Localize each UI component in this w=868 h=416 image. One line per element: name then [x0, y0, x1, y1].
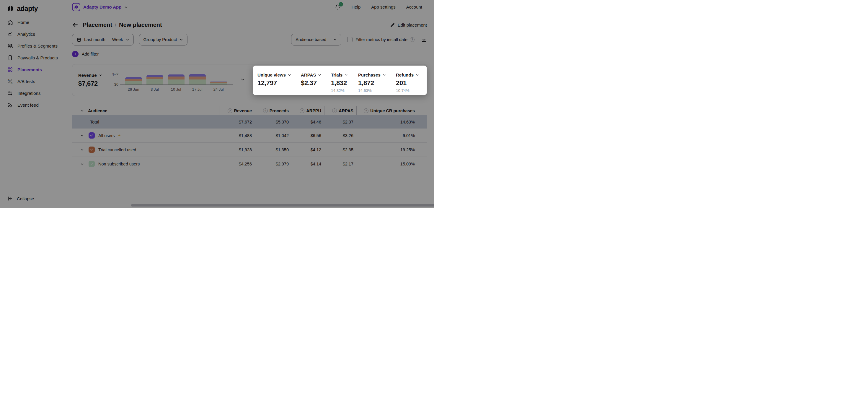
app-settings-link[interactable]: App settings [371, 4, 396, 9]
adapty-logo-icon [6, 5, 14, 13]
chevron-down-icon [345, 73, 348, 77]
row-checkbox[interactable] [89, 132, 95, 139]
column-header-label: Proceeds [270, 109, 289, 113]
download-button[interactable] [421, 37, 427, 42]
row-label-cell: Non subscribed users [72, 157, 219, 171]
column-header-label: Revenue [234, 109, 252, 113]
install-date-checkbox[interactable] [347, 37, 352, 42]
edit-placement-button[interactable]: Edit placement [390, 23, 427, 28]
column-header-ghost [418, 106, 427, 115]
main-area: Adapty Demo App 1 Help App settings Acco… [64, 0, 434, 208]
content: Placement / New placement Edit placement… [64, 20, 434, 171]
bar-3-jul[interactable] [144, 75, 165, 85]
row-expand-chevron[interactable] [80, 148, 84, 152]
question-icon[interactable]: ? [364, 109, 368, 113]
add-filter-button[interactable]: Add filter [72, 51, 427, 58]
x-tick-label: 24 Jul [213, 87, 224, 92]
metric-value: $2.37 [301, 79, 331, 87]
table-cell-value: $3.26 [324, 133, 356, 138]
metric-dropdown[interactable]: ARPAS [301, 72, 331, 78]
sidebar-item-placements[interactable]: Placements [0, 63, 64, 75]
bar-segment-trial-cancelled-used [189, 77, 206, 80]
metrics-panel: Revenue $7,672 $2k $0 26 Jun3 Jul10 [72, 64, 427, 96]
chart-plot-area [120, 72, 231, 85]
row-checkbox[interactable] [89, 161, 95, 167]
table-row-total: Total$7,672$5,370$4.46$2.3714.63% [72, 115, 427, 128]
check-icon [90, 148, 94, 152]
back-button[interactable] [72, 22, 79, 28]
analytics-icon [7, 31, 13, 37]
revenue-label: Revenue [78, 73, 97, 78]
table-cell-value: $4,256 [219, 161, 255, 166]
chevron-down-icon [80, 148, 84, 152]
row-label: Non subscribed users [98, 161, 140, 166]
chevron-down-icon[interactable] [80, 109, 84, 113]
bar-24-jul[interactable] [208, 82, 229, 85]
sidebar-item-abtests[interactable]: ABA/B tests [0, 75, 64, 87]
y-tick: $0 [114, 83, 118, 87]
breadcrumb-separator: / [115, 22, 116, 28]
help-link[interactable]: Help [351, 4, 361, 9]
row-expand-chevron[interactable] [80, 134, 84, 138]
notifications-button[interactable]: 1 [335, 4, 341, 10]
sidebar-item-profiles[interactable]: Profiles & Segments [0, 40, 64, 52]
question-icon[interactable]: ? [263, 109, 268, 113]
bar-segment-non-subscribed-users [210, 83, 227, 85]
column-header-label: Unique CR purchases [370, 109, 415, 113]
sidebar-item-label: Profiles & Segments [18, 43, 58, 49]
bar-26-jun[interactable] [123, 77, 144, 85]
metric-sub-value: 14.63% [358, 88, 396, 93]
sidebar-collapse-button[interactable]: Collapse [0, 196, 34, 202]
row-checkbox[interactable] [89, 147, 95, 153]
table-cell-value: $2.35 [324, 147, 356, 152]
collapse-label: Collapse [17, 196, 34, 201]
sidebar-item-home[interactable]: Home [0, 16, 64, 28]
sidebar-item-eventfeed[interactable]: Event feed [0, 99, 64, 111]
metric-dropdown[interactable]: Purchases [358, 72, 396, 78]
sidebar-item-analytics[interactable]: Analytics [0, 28, 64, 40]
metric-trials: Trials1,83214.32% [331, 72, 358, 96]
sidebar-item-label: Placements [18, 67, 42, 72]
metric-label: Unique views [257, 72, 286, 78]
row-expand-chevron[interactable] [80, 162, 84, 166]
metric-dropdown[interactable]: Refunds [396, 72, 427, 78]
x-tick-label: 3 Jul [151, 87, 159, 92]
question-icon[interactable]: ? [300, 109, 304, 113]
metric-value: 1,872 [358, 79, 396, 87]
bar-10-jul[interactable] [165, 75, 187, 85]
audience-mode-dropdown[interactable]: Audience based [291, 34, 341, 46]
table-cell-value: $4.46 [292, 120, 324, 124]
question-icon[interactable]: ? [410, 37, 414, 42]
question-icon[interactable]: ? [332, 109, 337, 113]
granularity-label: Week [112, 37, 123, 42]
account-link[interactable]: Account [406, 4, 422, 9]
revenue-metric-dropdown[interactable]: Revenue [78, 73, 102, 78]
adapty-logo: adapty [0, 0, 64, 13]
chevron-down-icon [318, 73, 321, 77]
metric-dropdown[interactable]: Trials [331, 72, 358, 78]
breadcrumb-section[interactable]: Placement [83, 22, 112, 28]
sidebar-item-integrations[interactable]: Integrations [0, 87, 64, 99]
chevron-down-icon [124, 5, 128, 9]
bar-17-jul[interactable] [187, 74, 208, 85]
scrollbar-thumb[interactable] [131, 204, 434, 207]
app-name: Adapty Demo App [83, 4, 121, 9]
x-tick-label: 26 Jun [128, 87, 139, 92]
table-cell-value: $5,370 [255, 120, 292, 124]
bar-segment-non-subscribed-users [147, 79, 163, 85]
bar-segment-non-subscribed-users [168, 80, 185, 85]
audience-header-cell: Audience [72, 106, 219, 115]
app-selector[interactable]: Adapty Demo App [72, 3, 128, 11]
sidebar-item-paywalls[interactable]: Paywalls & Products [0, 52, 64, 63]
collapse-chart-button[interactable] [241, 78, 245, 83]
group-by-dropdown[interactable]: Group by Product [139, 34, 188, 46]
column-header-arpas: ?ARPAS [324, 106, 356, 115]
question-icon[interactable]: ? [228, 109, 232, 113]
table-body: Total$7,672$5,370$4.46$2.3714.63%All use… [72, 115, 427, 171]
metric-refunds: Refunds20110.74% [396, 72, 427, 96]
row-label-cell: Trial cancelled used [72, 143, 219, 157]
metric-dropdown[interactable]: Unique views [257, 72, 301, 78]
date-range-dropdown[interactable]: Last month Week [72, 34, 134, 46]
column-header-label: ARPPU [306, 109, 321, 113]
table-cell-value: $1,488 [219, 133, 255, 138]
